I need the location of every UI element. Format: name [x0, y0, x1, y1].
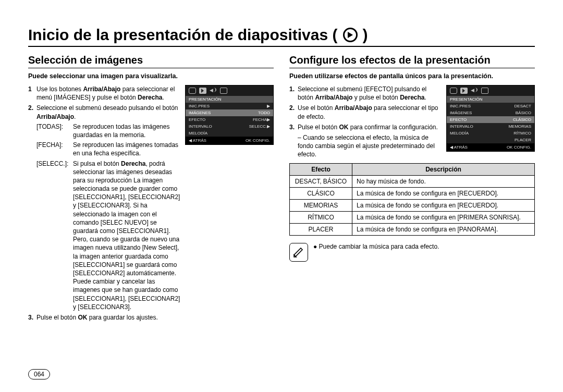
step-num-1: 1	[28, 85, 36, 102]
right-intro: Pueden utilizarse efectos de pantalla ún…	[289, 72, 535, 80]
r2c1: CLÁSICO	[290, 187, 352, 199]
right-step1: Seleccione el submenú [EFECTO] pulsando …	[298, 85, 442, 102]
left-column: Selección de imágenes Puede seleccionar …	[28, 54, 274, 324]
title-text-a: Inicio de la presentación de diapositiva…	[28, 26, 338, 44]
right-screen-mock: PRESENTACIÓN INIC.PRESDESACT IMÁGENESBÁS…	[446, 85, 535, 152]
r-step-num-3: 3.	[289, 123, 298, 131]
term-todas-l: [TODAS]:	[36, 123, 73, 139]
effects-table: Efecto Descripción DESACT, BÁSICONo hay …	[289, 163, 535, 236]
slideshow-play-icon	[343, 28, 358, 42]
r5c2: La música de fondo se configura en [PANO…	[352, 223, 535, 235]
title-text-b: )	[363, 26, 368, 44]
loop-icon	[450, 88, 457, 94]
term-selec-l: [SELECC.]:	[36, 160, 73, 311]
left-step3: Pulse el botón OK para guardar los ajust…	[36, 313, 274, 322]
rm5l: MELODÍA	[450, 131, 469, 136]
screen-head: PRESENTACIÓN	[186, 96, 273, 103]
right-column: Configure los efectos de la presentación…	[289, 54, 535, 324]
trash-icon	[481, 88, 488, 94]
left-step2: Seleccione el submenú deseado pulsando e…	[36, 104, 181, 311]
page-number: 064	[28, 369, 50, 379]
r3c1: MEMORIAS	[290, 199, 352, 211]
term-fecha-l: [FECHA]:	[36, 141, 73, 157]
th-desc: Descripción	[352, 163, 535, 175]
left-heading: Selección de imágenes	[28, 54, 274, 68]
m2l: IMÁGENES	[189, 111, 211, 115]
rm2r: BÁSICO	[516, 111, 531, 115]
th-effect: Efecto	[290, 163, 352, 175]
m1r: ▶	[267, 104, 270, 108]
sbr: OK CONFIG.	[246, 138, 270, 143]
rm3r: CLÁSICO	[513, 117, 531, 122]
rm5r: RÍTMICO	[513, 131, 531, 136]
loop-icon	[189, 88, 196, 94]
term-fecha-d: Se reproducen las imágenes tomadas en un…	[73, 141, 181, 157]
r3c2: La música de fondo se configura en [RECU…	[352, 199, 535, 211]
screen-head-r: PRESENTACIÓN	[447, 96, 534, 103]
sbl: ◀ ATRÁS	[189, 138, 206, 143]
r-step-num-1: 1.	[289, 85, 298, 102]
r1c1: DESACT, BÁSICO	[290, 175, 352, 187]
right-step3: Pulse el botón OK para confirmar la conf…	[298, 123, 442, 131]
m4l: INTERVALO	[189, 124, 212, 129]
note-box: ● Puede cambiar la música para cada efec…	[289, 243, 535, 262]
play-icon	[199, 88, 206, 94]
r4c1: RÍTMICO	[290, 211, 352, 223]
rsbl: ◀ ATRÁS	[450, 145, 468, 150]
r4c2: La música de fondo se configura en [PRIM…	[352, 211, 535, 223]
r1c2: No hay música de fondo.	[352, 175, 535, 187]
left-screen-mock: PRESENTACIÓN INIC.PRES▶ IMÁGENESTODO EFE…	[185, 85, 274, 145]
rm1r: DESACT	[515, 104, 531, 108]
m3r: FECHA▶	[253, 117, 270, 122]
m1l: INIC.PRES	[189, 104, 210, 108]
left-step1: Use los botones Arriba/Abajo para selecc…	[36, 85, 181, 102]
rm3l: EFECTO	[450, 117, 467, 122]
trash-icon	[220, 88, 227, 94]
step-num-3: 3.	[28, 313, 36, 322]
term-todas-d: Se reproducen todas las imágenes guardad…	[73, 123, 181, 139]
step-num-2: 2.	[28, 104, 36, 311]
m4r: SELECC.▶	[249, 124, 270, 129]
pencil-note-icon	[289, 243, 308, 262]
sound-icon	[471, 88, 478, 94]
rm4r: MEMORIAS	[508, 124, 531, 129]
rm4l: INTERVALO	[450, 124, 473, 129]
r5c1: PLACER	[290, 223, 352, 235]
rm6r: PLACER	[515, 138, 531, 142]
page-title: Inicio de la presentación de diapositiva…	[28, 26, 535, 47]
r-step-num-2: 2.	[289, 104, 298, 120]
m2r: TODO	[258, 111, 270, 115]
play-icon	[460, 88, 468, 94]
term-selec-d: Si pulsa el botón Derecha, podrá selecci…	[73, 160, 181, 311]
right-heading: Configure los efectos de la presentación	[289, 54, 535, 68]
rm1l: INIC.PRES	[450, 104, 471, 108]
rm2l: IMÁGENES	[450, 111, 472, 115]
m5l: MELODÍA	[189, 131, 207, 136]
rsbr: OK CONFIG.	[507, 145, 531, 150]
r2c2: La música de fondo se configura en [RECU…	[352, 187, 535, 199]
right-step2: Use el botón Arriba/Abajo para seleccion…	[298, 104, 442, 120]
m3l: EFECTO	[189, 117, 205, 122]
note-text: ● Puede cambiar la música para cada efec…	[313, 243, 439, 250]
sound-icon	[210, 88, 217, 94]
left-intro: Puede seleccionar una imagen para visual…	[28, 72, 274, 80]
